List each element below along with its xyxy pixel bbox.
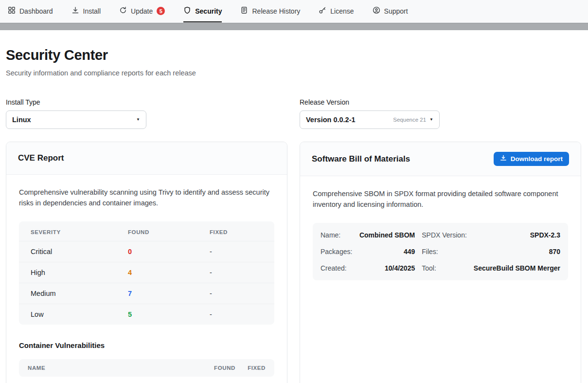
install-type-group: Install Type Linux ▼ bbox=[6, 98, 287, 129]
download-icon bbox=[71, 6, 79, 16]
nav-label: Update bbox=[131, 7, 153, 15]
install-type-select[interactable]: Linux ▼ bbox=[6, 110, 146, 129]
grid-icon bbox=[8, 6, 16, 16]
nav-label: Release History bbox=[252, 7, 300, 15]
col-fixed: FIXED bbox=[210, 229, 263, 235]
detail-label: Packages: bbox=[321, 243, 352, 260]
sbom-card: Software Bill of Materials Download repo… bbox=[300, 142, 581, 383]
cve-report-header: CVE Report bbox=[6, 142, 287, 175]
detail-value: 10/4/2025 bbox=[359, 260, 415, 276]
key-icon bbox=[319, 6, 326, 16]
detail-value: 449 bbox=[359, 243, 415, 260]
table-row: High 4 - bbox=[19, 262, 274, 283]
severity-table: SEVERITY FOUND FIXED Critical 0 - High 4… bbox=[19, 221, 274, 325]
col-found: FOUND bbox=[128, 229, 210, 235]
release-version-label: Release Version bbox=[300, 98, 581, 106]
nav-label: Security bbox=[195, 7, 222, 15]
table-row: Low 5 - bbox=[19, 304, 274, 325]
page-title: Security Center bbox=[6, 47, 581, 63]
top-navigation: Dashboard Install Update 5 Security bbox=[0, 0, 588, 23]
sbom-body: Comprehensive SBOM in SPDX format provid… bbox=[300, 176, 581, 293]
cve-report-card: CVE Report Comprehensive vulnerability s… bbox=[6, 142, 287, 383]
col-severity: SEVERITY bbox=[31, 229, 128, 235]
fixed-count: - bbox=[210, 310, 263, 318]
fixed-count: - bbox=[210, 269, 263, 276]
detail-label: SPDX Version: bbox=[422, 227, 467, 243]
detail-value: 870 bbox=[474, 243, 560, 260]
top-divider bbox=[0, 23, 588, 30]
release-version-group: Release Version Version 0.0.2-1 Sequence… bbox=[300, 98, 581, 129]
download-report-button[interactable]: Download report bbox=[494, 152, 569, 166]
nav-item-install[interactable]: Install bbox=[71, 0, 101, 22]
fixed-count: - bbox=[210, 290, 263, 297]
nav-label: Dashboard bbox=[19, 7, 53, 15]
found-count: 5 bbox=[128, 310, 210, 318]
sbom-header: Software Bill of Materials Download repo… bbox=[300, 142, 581, 176]
table-row: Critical 0 - bbox=[19, 241, 274, 262]
nav-label: Install bbox=[83, 7, 101, 15]
container-vulnerabilities-table-header: NAME FOUND FIXED bbox=[19, 359, 274, 377]
table-row: Medium 7 - bbox=[19, 283, 274, 304]
fixed-count: - bbox=[210, 248, 263, 255]
col-found: FOUND bbox=[196, 365, 235, 371]
person-circle-icon bbox=[373, 6, 380, 16]
filters-row: Install Type Linux ▼ Release Version Ver… bbox=[6, 98, 581, 129]
install-type-label: Install Type bbox=[6, 98, 287, 106]
download-report-label: Download report bbox=[511, 155, 563, 163]
found-count: 0 bbox=[128, 248, 210, 255]
severity-label: Medium bbox=[31, 290, 128, 297]
nav-item-support[interactable]: Support bbox=[373, 0, 408, 22]
found-count: 7 bbox=[128, 290, 210, 297]
shield-icon bbox=[183, 6, 191, 16]
detail-value: Combined SBOM bbox=[359, 227, 415, 243]
detail-label: Name: bbox=[321, 227, 352, 243]
download-icon bbox=[500, 155, 507, 163]
chevron-down-icon: ▼ bbox=[429, 118, 433, 122]
release-version-select[interactable]: Version 0.0.2-1 Sequence 21 ▼ bbox=[300, 110, 440, 129]
chevron-down-icon: ▼ bbox=[136, 118, 140, 122]
nav-label: Support bbox=[384, 7, 408, 15]
install-type-value: Linux bbox=[12, 116, 31, 124]
nav-item-security[interactable]: Security bbox=[183, 0, 222, 22]
page-subtitle: Security information and compliance repo… bbox=[6, 69, 581, 77]
sbom-description: Comprehensive SBOM in SPDX format provid… bbox=[313, 189, 568, 210]
nav-label: License bbox=[330, 7, 354, 15]
cards-row: CVE Report Comprehensive vulnerability s… bbox=[6, 142, 581, 383]
cve-report-title: CVE Report bbox=[18, 153, 64, 163]
sbom-details-panel: Name: Combined SBOM SPDX Version: SPDX-2… bbox=[313, 223, 568, 280]
nav-item-release-history[interactable]: Release History bbox=[240, 0, 300, 22]
detail-label: Files: bbox=[422, 243, 467, 260]
detail-label: Tool: bbox=[422, 260, 467, 276]
sequence-badge: Sequence 21 bbox=[393, 117, 426, 123]
severity-label: High bbox=[31, 269, 128, 276]
col-name: NAME bbox=[28, 365, 196, 371]
refresh-icon bbox=[119, 6, 127, 16]
cve-report-description: Comprehensive vulnerability scanning usi… bbox=[19, 187, 274, 209]
severity-label: Critical bbox=[31, 248, 128, 255]
detail-value: SecureBuild SBOM Merger bbox=[474, 260, 560, 276]
document-icon bbox=[240, 6, 248, 16]
cve-report-body: Comprehensive vulnerability scanning usi… bbox=[6, 175, 287, 383]
update-count-badge: 5 bbox=[157, 7, 165, 15]
severity-label: Low bbox=[31, 310, 128, 318]
main-content: Security Center Security information and… bbox=[0, 47, 588, 383]
found-count: 4 bbox=[128, 269, 210, 276]
severity-table-header: SEVERITY FOUND FIXED bbox=[19, 221, 274, 241]
col-fixed: FIXED bbox=[235, 365, 266, 371]
nav-item-license[interactable]: License bbox=[319, 0, 354, 22]
nav-item-update[interactable]: Update 5 bbox=[119, 0, 165, 22]
detail-label: Created: bbox=[321, 260, 352, 276]
detail-value: SPDX-2.3 bbox=[474, 227, 560, 243]
release-version-value: Version 0.0.2-1 bbox=[306, 116, 356, 124]
sbom-title: Software Bill of Materials bbox=[312, 154, 410, 164]
container-vulnerabilities-title: Container Vulnerabilities bbox=[19, 341, 274, 349]
nav-item-dashboard[interactable]: Dashboard bbox=[8, 0, 53, 22]
